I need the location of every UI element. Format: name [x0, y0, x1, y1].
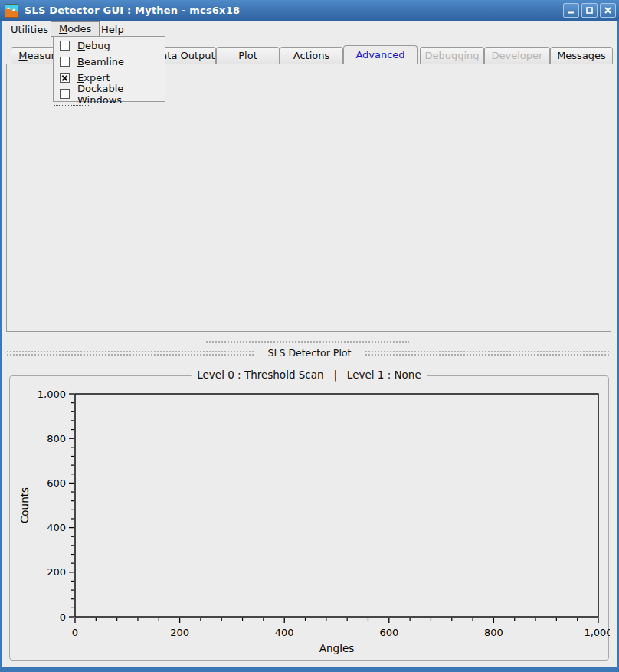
- menu-item-debug[interactable]: Debug: [54, 38, 165, 54]
- menu-utilities[interactable]: Utilities: [3, 22, 56, 37]
- plot-group: Level 0 : Threshold Scan | Level 1 : Non…: [9, 375, 609, 661]
- svg-text:1,000: 1,000: [584, 627, 610, 638]
- beamline-checkbox: [60, 57, 70, 67]
- svg-text:1,000: 1,000: [38, 388, 66, 400]
- plot-canvas: 02004006008001,00002004006008001,000Angl…: [10, 376, 610, 661]
- menu-item-dockable-windows[interactable]: Dockable Windows: [54, 86, 165, 102]
- app-icon: [5, 4, 18, 18]
- titlebar[interactable]: SLS Detector GUI : Mythen - mcs6x18: [0, 0, 619, 21]
- tab-developer: Developer: [484, 47, 550, 64]
- svg-text:Counts: Counts: [18, 487, 31, 523]
- app-window: SLS Detector GUI : Mythen - mcs6x18 Util…: [0, 0, 619, 672]
- expert-checkbox: [60, 73, 70, 83]
- svg-text:0: 0: [72, 627, 78, 638]
- svg-text:800: 800: [484, 627, 503, 638]
- window-title: SLS Detector GUI : Mythen - mcs6x18: [25, 5, 240, 16]
- svg-text:400: 400: [47, 522, 66, 533]
- splitter-handle[interactable]: [205, 340, 409, 344]
- dockable-windows-checkbox: [60, 89, 70, 99]
- menu-help[interactable]: Help: [93, 22, 132, 37]
- svg-text:800: 800: [47, 433, 66, 444]
- menu-modes[interactable]: Modes: [51, 21, 100, 37]
- modes-menu-popup: Debug Beamline Expert Dockable Windows: [53, 36, 165, 102]
- svg-text:600: 600: [47, 477, 66, 489]
- tab-plot[interactable]: Plot: [216, 47, 280, 64]
- tab-debugging: Debugging: [420, 47, 484, 64]
- svg-text:Angles: Angles: [319, 642, 354, 654]
- tab-actions[interactable]: Actions: [280, 47, 343, 64]
- dock-title: SLS Detector Plot: [0, 347, 619, 359]
- window-controls: [563, 3, 616, 18]
- svg-text:0: 0: [60, 611, 66, 623]
- close-icon[interactable]: [600, 3, 616, 18]
- svg-text:200: 200: [170, 627, 189, 638]
- svg-text:600: 600: [379, 627, 398, 638]
- debug-checkbox: [60, 41, 70, 51]
- maximize-icon[interactable]: [581, 3, 598, 18]
- tab-advanced[interactable]: Advanced: [343, 45, 418, 64]
- svg-text:400: 400: [275, 627, 294, 638]
- menu-item-beamline[interactable]: Beamline: [54, 54, 165, 70]
- svg-text:200: 200: [47, 566, 66, 578]
- minimize-icon[interactable]: [563, 3, 579, 18]
- tab-messages[interactable]: Messages: [550, 47, 613, 64]
- plot-title: Level 0 : Threshold Scan | Level 1 : Non…: [191, 369, 427, 381]
